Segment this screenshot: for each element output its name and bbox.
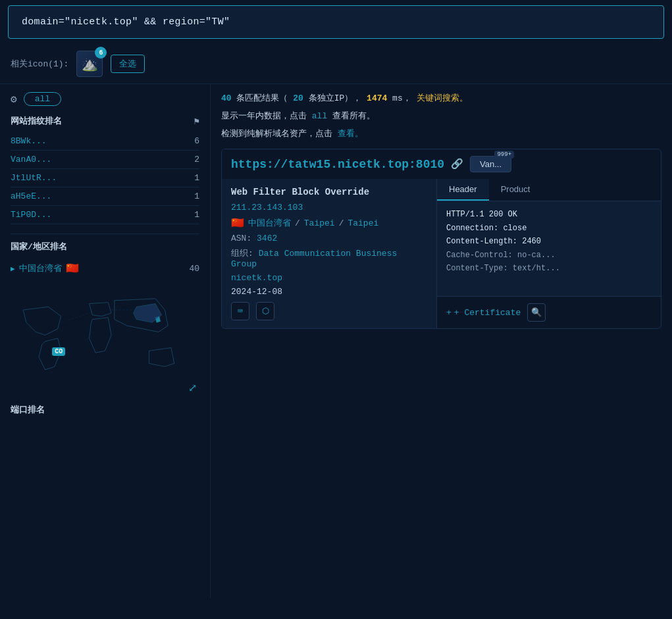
card-header: https://tatw15.nicetk.top:8010 🔗 999+ Va… (222, 149, 661, 179)
card-icons-row: ⌨ ⬡ (231, 302, 427, 320)
card-right: Header Product HTTP/1.1 200 OK Connectio… (437, 179, 661, 328)
card-title: Web Filter Block Override (231, 187, 427, 197)
sidebar: ⚙ all 网站指纹排名 ⚑ 8BWk... 6 VanA0... 2 JtlU… (0, 84, 211, 598)
card-left: Web Filter Block Override 211.23.143.103… (222, 179, 437, 328)
http-line-5: Content-Type: text/ht... (446, 262, 652, 275)
rank-item[interactable]: VanA0... 2 (11, 151, 199, 169)
cert-action-icon[interactable]: 🔍 (527, 303, 546, 322)
unique-ip-count: 20 (293, 93, 303, 103)
van-badge: 999+ (494, 151, 514, 159)
van-badge-wrapper: 999+ Van... (470, 156, 511, 172)
icon-badge: 6 (95, 47, 107, 59)
org-link[interactable]: Data Communication Business Group (231, 249, 397, 269)
chevron-right-icon: ▶ (11, 264, 15, 273)
card-date: 2024-12-08 (231, 287, 427, 297)
http-line-4: Cache-Control: no-ca... (446, 249, 652, 262)
result-summary-line2: 显示一年内数据，点击 all 查看所有。 (221, 110, 661, 124)
code-icon-btn[interactable]: ⌨ (231, 302, 249, 320)
rank-item[interactable]: JtlUtR... 1 (11, 169, 199, 187)
tab-product[interactable]: Product (489, 179, 542, 201)
tab-bar: Header Product (437, 179, 661, 201)
country-item[interactable]: ▶ 中国台湾省 🇨🇳 40 (11, 258, 199, 279)
fingerprint-list: 8BWk... 6 VanA0... 2 JtlUtR... 1 aH5eE..… (11, 132, 199, 224)
filter-tag[interactable]: all (24, 92, 61, 106)
expand-map-icon[interactable]: ⤢ (188, 382, 197, 395)
search-query: domain="nicetk.top" && region="TW" (22, 16, 230, 28)
all-link[interactable]: all (312, 111, 327, 121)
card-org-row: 组织: Data Communication Business Group (231, 247, 427, 269)
keyword-search-link[interactable]: 关键词搜索。 (417, 93, 468, 103)
main-layout: ⚙ all 网站指纹排名 ⚑ 8BWk... 6 VanA0... 2 JtlU… (0, 84, 672, 598)
icon-row-label: 相关icon(1): (11, 58, 68, 70)
card-body: Web Filter Block Override 211.23.143.103… (222, 179, 661, 328)
svg-rect-0 (11, 291, 199, 391)
view-assets-link[interactable]: 查看。 (338, 129, 363, 139)
co-map-badge: CO (52, 347, 65, 356)
card-location: 🇨🇳 中国台湾省 / Taipei / Taipei (231, 216, 427, 230)
asn-link[interactable]: 3462 (257, 234, 277, 243)
search-bar: domain="nicetk.top" && region="TW" (8, 5, 664, 39)
fingerprint-filter-icon[interactable]: ⚑ (194, 116, 199, 127)
card-region-link[interactable]: 中国台湾省 (248, 217, 291, 229)
port-section-title: 端口排名 (11, 404, 199, 416)
card-footer: + + Certificate 🔍 (437, 296, 661, 328)
response-ms: 1474 (367, 93, 387, 103)
lock-icon: 🔗 (451, 158, 463, 170)
http-line-3: Content-Length: 2460 (446, 235, 652, 248)
separator (11, 234, 199, 234)
result-card: https://tatw15.nicetk.top:8010 🔗 999+ Va… (221, 149, 661, 329)
country-label-group: ▶ 中国台湾省 🇨🇳 (11, 262, 79, 275)
certificate-link[interactable]: + + Certificate (446, 308, 521, 318)
card-city1-link[interactable]: Taipei (304, 218, 335, 228)
http-line-2: Connection: close (446, 222, 652, 235)
icon-row: 相关icon(1): ⛰️ 6 全选 (0, 44, 672, 84)
card-asn-row: ASN: 3462 (231, 234, 427, 243)
cube-icon-btn[interactable]: ⬡ (256, 302, 274, 320)
card-ip[interactable]: 211.23.143.103 (231, 203, 427, 212)
tab-header[interactable]: Header (437, 179, 489, 201)
http-line-1: HTTP/1.1 200 OK (446, 208, 652, 221)
fingerprint-section-title: 网站指纹排名 ⚑ (11, 115, 199, 127)
org-label: 组织: (231, 249, 253, 259)
content-area: 40 条匹配结果（ 20 条独立IP）， 1474 ms， 关键词搜索。 显示一… (211, 84, 672, 598)
rank-item[interactable]: TiP0D... 1 (11, 206, 199, 224)
result-summary-line1: 40 条匹配结果（ 20 条独立IP）， 1474 ms， 关键词搜索。 (221, 92, 661, 106)
card-domain[interactable]: nicetk.top (231, 273, 427, 283)
van-button[interactable]: Van... (470, 156, 511, 172)
select-all-button[interactable]: 全选 (111, 55, 145, 73)
card-url-link[interactable]: https://tatw15.nicetk.top:8010 (231, 158, 444, 171)
card-flag: 🇨🇳 (231, 216, 244, 230)
tab-header-content: HTTP/1.1 200 OK Connection: close Conten… (437, 201, 661, 296)
rank-item[interactable]: aH5eE... 1 (11, 187, 199, 206)
filter-icon[interactable]: ⚙ (11, 93, 17, 106)
world-map (11, 285, 199, 397)
asn-label: ASN: (231, 234, 251, 243)
rank-item[interactable]: 8BWk... 6 (11, 132, 199, 151)
map-container: CO ⤢ (11, 285, 199, 397)
icon-badge-wrapper[interactable]: ⛰️ 6 (76, 51, 103, 77)
plus-icon: + (446, 308, 452, 318)
result-count: 40 (221, 93, 232, 103)
card-city2-link[interactable]: Taipei (348, 218, 378, 228)
country-section-title: 国家/地区排名 (11, 241, 199, 253)
filter-row: ⚙ all (11, 92, 199, 106)
result-summary-line3: 检测到纯解析域名资产，点击 查看。 (221, 128, 661, 141)
